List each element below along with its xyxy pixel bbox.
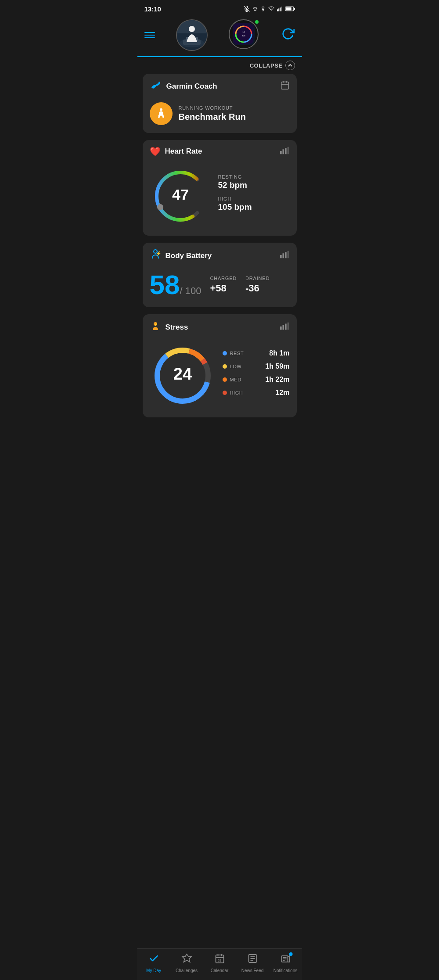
body-battery-title-group: ⚡ Body Battery <box>150 249 212 262</box>
workout-row: RUNNING WORKOUT Benchmark Run <box>143 98 297 133</box>
body-battery-header: ⚡ Body Battery <box>143 243 297 268</box>
stress-rest-dot <box>223 351 227 355</box>
heart-rate-content: 47 RESTING 52 bpm HIGH 105 bpm <box>143 162 297 236</box>
collapse-bar: COLLAPSE <box>137 57 302 74</box>
news-feed-icon <box>247 953 258 966</box>
stress-low-dot <box>223 364 227 369</box>
workout-type-label: RUNNING WORKOUT <box>179 105 246 111</box>
stress-low-value: 1h 59m <box>265 363 289 370</box>
heart-rate-chart-icon <box>280 147 290 157</box>
nav-notifications[interactable]: Notifications <box>272 953 299 973</box>
nav-calendar-label: Calendar <box>211 968 229 973</box>
resting-hr-stat: RESTING 52 bpm <box>218 174 290 190</box>
svg-rect-45 <box>282 325 284 330</box>
stress-med-value: 1h 22m <box>265 376 289 384</box>
menu-line-3 <box>144 37 155 38</box>
calendar-icon: 31 <box>214 953 225 966</box>
stress-low-row: LOW 1h 59m <box>223 363 290 370</box>
svg-point-16 <box>189 26 195 32</box>
svg-text:⚡: ⚡ <box>156 251 161 256</box>
heart-rate-card[interactable]: ❤️ Heart Rate <box>143 140 297 236</box>
high-hr-value: 105 bpm <box>218 202 290 212</box>
garmin-coach-header: Garmin Coach <box>143 74 297 98</box>
stress-med-row: MED 1h 22m <box>223 376 290 384</box>
nav-challenges[interactable]: Challenges <box>173 953 200 973</box>
svg-rect-3 <box>254 7 256 11</box>
refresh-button[interactable] <box>281 27 295 43</box>
heart-rate-stats: RESTING 52 bpm HIGH 105 bpm <box>218 174 290 218</box>
body-battery-drained: DRAINED -36 <box>245 276 270 294</box>
stress-high-label: HIGH <box>230 390 243 395</box>
stress-rest-left: REST <box>223 351 244 356</box>
charged-value: +58 <box>210 283 237 294</box>
body-battery-max: / 100 <box>180 285 201 296</box>
svg-rect-47 <box>287 323 289 330</box>
resting-hr-label: RESTING <box>218 174 290 179</box>
mute-icon <box>244 6 250 12</box>
body-battery-content: 58/ 100 CHARGED +58 DRAINED -36 <box>143 268 297 307</box>
bottom-nav: My Day Challenges 31 Calendar <box>137 948 302 980</box>
challenges-icon <box>181 953 192 966</box>
watch-online-indicator <box>254 19 259 25</box>
garmin-coach-title: Garmin Coach <box>166 82 217 91</box>
status-icons <box>244 6 295 12</box>
watch-circle: 10 TUE <box>229 19 259 49</box>
menu-button[interactable] <box>144 32 155 38</box>
svg-point-26 <box>160 108 162 111</box>
stress-high-row: HIGH 12m <box>223 389 290 397</box>
svg-rect-30 <box>287 147 289 154</box>
stress-card[interactable]: ⚡ Stress <box>143 314 297 417</box>
heart-rate-header: ❤️ Heart Rate <box>143 140 297 162</box>
bluetooth-icon <box>260 6 266 12</box>
nav-my-day-label: My Day <box>146 968 161 973</box>
status-bar: 13:10 <box>137 0 302 16</box>
body-battery-icon: ⚡ <box>150 249 161 262</box>
svg-rect-44 <box>280 327 282 330</box>
svg-rect-7 <box>281 7 282 11</box>
heart-rate-title: Heart Rate <box>165 147 202 156</box>
svg-rect-6 <box>280 7 281 11</box>
collapse-button[interactable]: COLLAPSE <box>250 61 295 70</box>
nav-my-day[interactable]: My Day <box>140 953 167 973</box>
svg-rect-38 <box>280 255 282 258</box>
notifications-dot <box>289 952 292 956</box>
wifi-icon <box>268 6 275 11</box>
stress-header: ⚡ Stress <box>143 314 297 339</box>
stress-med-label: MED <box>230 377 241 382</box>
stress-chart-icon <box>280 322 290 332</box>
high-hr-stat: HIGH 105 bpm <box>218 196 290 212</box>
drained-value: -36 <box>245 283 270 294</box>
battery-icon <box>285 6 295 11</box>
nav-news-feed[interactable]: News Feed <box>239 953 266 973</box>
my-day-icon <box>148 953 159 966</box>
nav-calendar[interactable]: 31 Calendar <box>206 953 233 973</box>
body-battery-charged: CHARGED +58 <box>210 276 237 294</box>
svg-point-21 <box>158 82 160 83</box>
body-battery-card[interactable]: ⚡ Body Battery 58/ 100 CHARGED <box>143 243 297 307</box>
svg-point-33 <box>157 204 163 210</box>
avatar[interactable] <box>176 19 208 51</box>
svg-rect-22 <box>281 82 288 90</box>
garmin-coach-card[interactable]: Garmin Coach RUNNING WORKOU <box>143 74 297 133</box>
resting-hr-value: 52 bpm <box>218 180 290 190</box>
nav-news-feed-label: News Feed <box>241 968 264 973</box>
watch-container[interactable]: 10 TUE <box>229 19 260 51</box>
stress-low-left: LOW <box>223 364 242 369</box>
svg-text:24: 24 <box>173 365 191 383</box>
cards-container: Garmin Coach RUNNING WORKOU <box>137 74 302 457</box>
vibrate-icon <box>252 6 258 12</box>
stress-stats: REST 8h 1m LOW 1h 59m MED 1h <box>223 349 290 402</box>
svg-text:TUE: TUE <box>242 35 245 37</box>
body-battery-stats: CHARGED +58 DRAINED -36 <box>210 276 289 294</box>
svg-rect-29 <box>285 148 287 154</box>
avatar-image <box>177 20 207 50</box>
svg-rect-4 <box>277 9 278 11</box>
stress-content: 24 REST 8h 1m LOW 1h 59m <box>143 339 297 417</box>
heart-rate-title-group: ❤️ Heart Rate <box>150 146 202 157</box>
stress-icon: ⚡ <box>150 320 161 334</box>
stress-med-dot <box>223 377 227 382</box>
body-battery-title: Body Battery <box>166 251 212 260</box>
svg-rect-9 <box>286 7 291 10</box>
nav-notifications-label: Notifications <box>273 968 297 973</box>
drained-label: DRAINED <box>245 276 270 281</box>
